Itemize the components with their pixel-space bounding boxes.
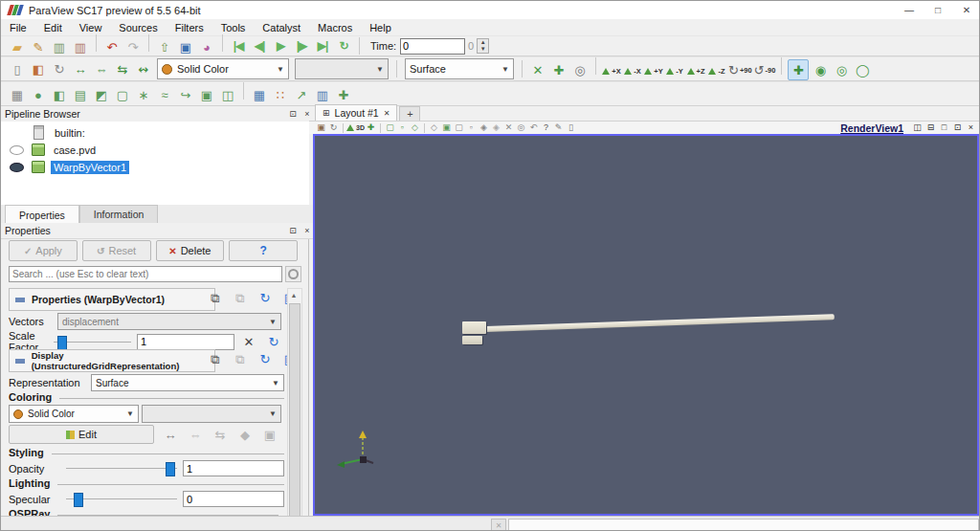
histogram-icon[interactable]: ▥: [313, 86, 332, 105]
opacity-input[interactable]: [183, 460, 284, 476]
choose-preset-button[interactable]: ◆: [235, 425, 255, 444]
pipeline-float-icon[interactable]: ⊡: [287, 108, 299, 120]
time-spinner[interactable]: ▲▼: [477, 38, 489, 54]
edit-color-map-button[interactable]: Edit: [9, 425, 154, 444]
connect-icon[interactable]: ▥: [50, 38, 69, 57]
probe-location-icon[interactable]: ✚: [334, 86, 353, 105]
tab-information[interactable]: Information: [79, 205, 159, 223]
time-input[interactable]: [400, 38, 465, 55]
close-button[interactable]: ✕: [952, 1, 980, 19]
calculator-icon[interactable]: ▦: [8, 86, 27, 105]
help-button[interactable]: ?: [229, 240, 298, 261]
glyph-icon[interactable]: ∗: [134, 86, 153, 105]
capture-icon[interactable]: ▣: [176, 38, 195, 57]
clip-icon[interactable]: ◧: [50, 86, 69, 105]
load-state-icon[interactable]: ⇧: [155, 38, 174, 57]
rotate-90-cw-button[interactable]: ↻+90: [728, 60, 752, 79]
maximize-view-icon[interactable]: □: [938, 122, 950, 134]
tab-properties[interactable]: Properties: [5, 205, 79, 224]
reload-display-icon[interactable]: ↻: [256, 349, 275, 368]
paste-display-icon[interactable]: ⧉: [231, 349, 250, 368]
menu-catalyst[interactable]: Catalyst: [254, 21, 309, 34]
color-by-dropdown[interactable]: Solid Color▼: [157, 58, 289, 79]
redo-icon[interactable]: ↷: [123, 38, 143, 57]
clear-selection-icon[interactable]: ✕: [502, 122, 515, 134]
reset-center-button[interactable]: ◉: [811, 60, 830, 79]
pipeline-item-case-pvd[interactable]: case.pvd: [1, 142, 307, 158]
camera-undo-icon[interactable]: ↶: [527, 122, 540, 134]
scale-factor-slider[interactable]: [54, 336, 131, 348]
set-view-minus-y-button[interactable]: -Y: [665, 61, 684, 80]
adjust-camera-icon[interactable]: ↻: [327, 122, 340, 134]
reset-scale-icon[interactable]: ✕: [239, 332, 258, 351]
representation-field-dropdown[interactable]: Surface▼: [91, 374, 284, 391]
set-view-plus-x-button[interactable]: +X: [602, 61, 621, 80]
show-orientation-axes-toggle[interactable]: ◯: [853, 60, 872, 79]
menu-filters[interactable]: Filters: [167, 21, 212, 34]
zoom-to-box-icon[interactable]: ◎: [570, 60, 590, 79]
hover-points-icon[interactable]: ◈: [490, 122, 502, 134]
select-cells-poly-icon[interactable]: ◇: [409, 122, 421, 134]
save-data-icon[interactable]: ✎: [29, 38, 48, 57]
coloring-array-dropdown[interactable]: Solid Color▼: [9, 405, 139, 423]
menu-macros[interactable]: Macros: [309, 21, 361, 34]
rescale-data-range-icon[interactable]: ↔: [71, 59, 90, 78]
rescale-data-range-button[interactable]: ↔: [161, 425, 180, 444]
set-view-plus-y-button[interactable]: +Y: [644, 61, 663, 80]
render-viewport[interactable]: [313, 134, 979, 516]
specular-input[interactable]: [183, 491, 284, 507]
maximize-button[interactable]: □: [924, 1, 952, 19]
group-datasets-icon[interactable]: ▣: [197, 86, 216, 105]
scroll-up-icon[interactable]: ▲: [288, 289, 300, 301]
properties-section-header[interactable]: Properties (WarpByVector1): [9, 288, 215, 311]
undo-icon[interactable]: ↶: [102, 38, 122, 57]
properties-scrollbar[interactable]: ▲ ▼: [287, 288, 302, 531]
pipeline-item-builtin[interactable]: builtin:: [1, 124, 307, 141]
menu-file[interactable]: File: [1, 21, 35, 34]
display-section-header[interactable]: Display (UnstructuredGridRepresentation): [9, 349, 215, 372]
show-center-axes-toggle[interactable]: ✚: [788, 59, 809, 80]
select-points-poly-icon[interactable]: ◇: [428, 122, 440, 134]
pipeline-item-warpbyvector[interactable]: WarpByVector1: [1, 159, 307, 175]
set-view-minus-x-button[interactable]: -X: [623, 61, 642, 80]
paste-properties-icon[interactable]: ⧉: [231, 288, 250, 307]
edit-color-map-icon[interactable]: ◧: [29, 59, 48, 78]
interactive-select-cells-icon[interactable]: ▢: [453, 122, 465, 134]
refresh-scale-icon[interactable]: ↻: [264, 332, 283, 351]
first-frame-button[interactable]: |◀: [229, 36, 248, 55]
rescale-custom-range-icon[interactable]: ⇔: [92, 59, 111, 78]
open-icon[interactable]: ▰: [8, 38, 27, 57]
rescale-temporal-icon[interactable]: ⇆: [113, 59, 132, 78]
opacity-slider[interactable]: [66, 462, 177, 475]
set-view-minus-z-button[interactable]: -Z: [707, 61, 726, 80]
close-view-icon[interactable]: ×: [965, 122, 977, 134]
float-view-icon[interactable]: ⊡: [951, 122, 964, 134]
spreadsheet-view-icon[interactable]: ▦: [250, 86, 269, 105]
reset-range-icon[interactable]: ↻: [50, 59, 69, 78]
menu-view[interactable]: View: [71, 21, 111, 34]
properties-close-icon[interactable]: ×: [301, 225, 313, 236]
representation-dropdown[interactable]: Surface▼: [405, 58, 514, 79]
minimize-button[interactable]: —: [895, 1, 924, 19]
select-cells-rect-icon[interactable]: ▢: [384, 122, 396, 134]
delete-button[interactable]: ✕Delete: [156, 240, 225, 261]
properties-float-icon[interactable]: ⊡: [287, 225, 299, 236]
disconnect-icon[interactable]: ▥: [71, 38, 90, 57]
interaction-mode-3d-icon[interactable]: 3D: [346, 122, 365, 134]
save-preset-button[interactable]: ▣: [260, 425, 279, 444]
center-rotation-icon[interactable]: ✚: [365, 122, 377, 134]
play-button[interactable]: ▶: [271, 36, 290, 55]
rescale-temporal-button[interactable]: ⇆: [211, 425, 230, 444]
visibility-off-icon[interactable]: [10, 145, 24, 155]
menu-edit[interactable]: Edit: [35, 21, 71, 34]
previous-frame-button[interactable]: ◀|: [250, 36, 269, 55]
visibility-on-icon[interactable]: [10, 163, 24, 172]
loop-button[interactable]: ↻: [334, 36, 353, 55]
select-block-icon[interactable]: ▣: [440, 122, 453, 134]
hover-cells-icon[interactable]: ◈: [478, 122, 490, 134]
search-input[interactable]: [9, 266, 282, 282]
new-layout-tab[interactable]: +: [399, 106, 420, 121]
color-palette-icon[interactable]: ◕: [197, 38, 216, 57]
stream-tracer-icon[interactable]: ≈: [155, 86, 174, 105]
edit-camera-icon[interactable]: ▣: [315, 122, 327, 134]
